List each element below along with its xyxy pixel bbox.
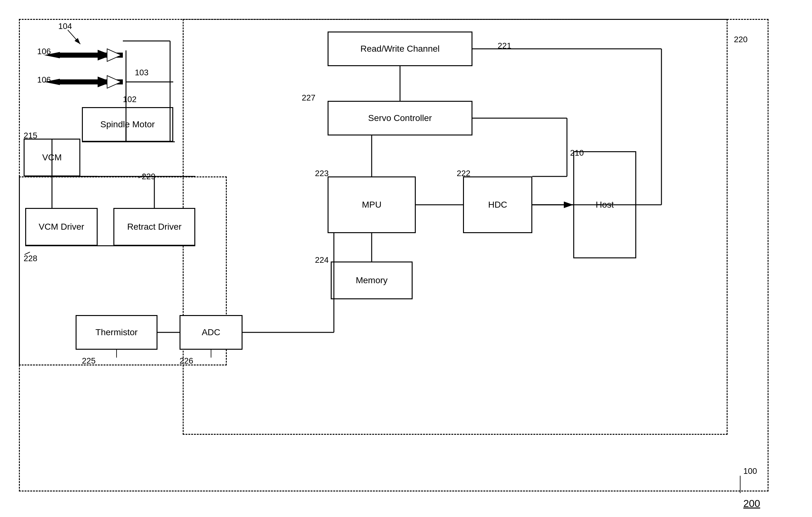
vcm-label: VCM <box>42 152 62 163</box>
label-221: 221 <box>498 41 511 51</box>
servo-controller-box: Servo Controller <box>327 101 472 136</box>
label-224: 224 <box>315 255 328 265</box>
thermistor-label: Thermistor <box>95 327 138 338</box>
label-220: 220 <box>734 35 748 45</box>
label-200: 200 <box>743 498 760 510</box>
label-100: 100 <box>743 466 757 476</box>
vcm-driver-label: VCM Driver <box>39 222 84 232</box>
label-106b: 106 <box>37 75 51 85</box>
retract-driver-box: Retract Driver <box>113 208 195 246</box>
hdc-box: HDC <box>463 176 532 233</box>
memory-box: Memory <box>331 261 413 299</box>
label-106a: 106 <box>37 47 51 56</box>
label-210: 210 <box>570 148 584 158</box>
label-215: 215 <box>24 131 37 141</box>
mpu-label: MPU <box>362 200 381 210</box>
label-104: 104 <box>58 22 72 31</box>
servo-controller-label: Servo Controller <box>368 113 432 123</box>
mpu-box: MPU <box>327 176 416 233</box>
retract-driver-label: Retract Driver <box>127 222 182 232</box>
adc-box: ADC <box>179 315 242 350</box>
label-223: 223 <box>315 169 328 178</box>
read-write-channel-box: Read/Write Channel <box>327 31 472 66</box>
thermistor-box: Thermistor <box>76 315 157 350</box>
vcm-driver-box: VCM Driver <box>25 208 98 246</box>
vcm-box: VCM <box>24 139 80 176</box>
inner-dashed-box-220 <box>183 19 728 435</box>
label-229: 229 <box>142 172 155 181</box>
host-label: Host <box>596 200 614 210</box>
label-226: 226 <box>179 356 193 366</box>
adc-label: ADC <box>202 327 220 338</box>
hdc-label: HDC <box>488 200 508 210</box>
label-228: 228 <box>24 254 37 263</box>
label-103: 103 <box>135 68 148 78</box>
host-box: Host <box>573 151 636 258</box>
label-222: 222 <box>457 169 470 178</box>
spindle-motor-label: Spindle Motor <box>100 119 155 130</box>
label-225: 225 <box>82 356 95 366</box>
read-write-channel-label: Read/Write Channel <box>360 44 440 54</box>
spindle-motor-box: Spindle Motor <box>82 107 173 142</box>
label-102: 102 <box>123 94 136 104</box>
label-227: 227 <box>302 93 315 103</box>
memory-label: Memory <box>356 275 387 285</box>
